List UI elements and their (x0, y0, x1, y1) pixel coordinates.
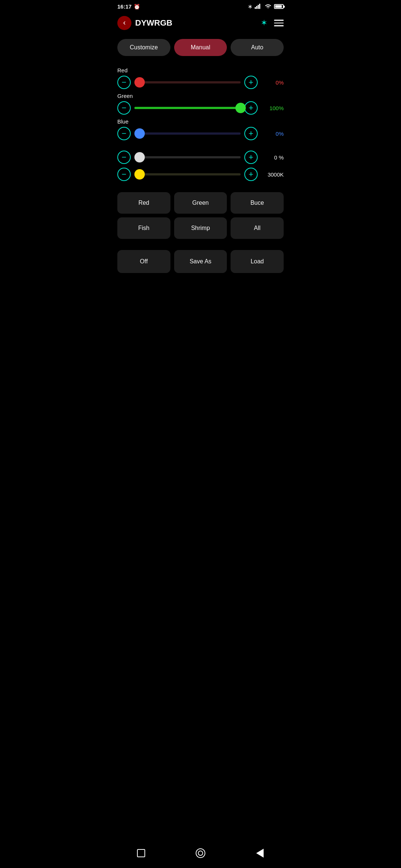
off-button[interactable]: Off (117, 250, 170, 273)
tab-manual[interactable]: Manual (174, 39, 227, 56)
sliders-section: Red − + 0% Green − (111, 63, 290, 188)
square-icon (137, 849, 145, 857)
red-slider-row: − + 0% (117, 76, 284, 89)
red-label: Red (117, 67, 284, 73)
tab-customize[interactable]: Customize (117, 39, 170, 56)
green-slider-container (134, 101, 241, 115)
svg-rect-3 (259, 4, 260, 9)
red-increase-button[interactable]: + (244, 76, 258, 89)
presets-section: Red Green Buce Fish Shrimp All (111, 188, 290, 246)
load-button[interactable]: Load (231, 250, 284, 273)
white-slider-row: − + 0 % (117, 151, 284, 164)
white-value: 0 % (261, 154, 284, 161)
white-decrease-button[interactable]: − (117, 151, 131, 164)
status-right: ∗ (248, 3, 284, 10)
svg-rect-1 (256, 6, 257, 9)
white-slider-container (134, 151, 241, 164)
green-decrease-button[interactable]: − (117, 101, 131, 115)
white-increase-button[interactable]: + (244, 151, 258, 164)
bluetooth-status-icon: ∗ (248, 3, 252, 10)
green-value: 100% (261, 105, 284, 111)
blue-slider-row: − + 0% (117, 127, 284, 140)
kelvin-decrease-button[interactable]: − (117, 168, 131, 181)
preset-all-button[interactable]: All (231, 217, 284, 239)
white-slider-group: − + 0 % (117, 151, 284, 164)
top-nav: DYWRGB ✶ (111, 11, 290, 34)
battery-fill (275, 5, 282, 8)
menu-icon[interactable] (274, 20, 284, 26)
preset-row-2: Fish Shrimp All (117, 217, 284, 239)
battery-icon (274, 4, 284, 9)
status-bar: 16:17 ⏰ ∗ (111, 0, 290, 11)
blue-label: Blue (117, 118, 284, 125)
green-slider-group: Green − + 100% (117, 93, 284, 115)
divider-1 (117, 144, 284, 151)
green-increase-button[interactable]: + (244, 101, 258, 115)
red-value: 0% (261, 79, 284, 86)
status-time: 16:17 (117, 3, 131, 10)
green-slider-row: − + 100% (117, 101, 284, 115)
actions-section: Off Save As Load (111, 246, 290, 280)
back-nav-icon (256, 849, 264, 858)
preset-shrimp-button[interactable]: Shrimp (174, 217, 227, 239)
home-icon (196, 848, 205, 858)
kelvin-value: 3000K (261, 171, 284, 178)
kelvin-slider-group: − + 3000K (117, 168, 284, 181)
nav-home-button[interactable] (192, 845, 209, 861)
bluetooth-icon[interactable]: ✶ (261, 18, 267, 28)
kelvin-increase-button[interactable]: + (244, 168, 258, 181)
back-button[interactable] (117, 16, 131, 30)
red-slider-container (134, 76, 241, 89)
svg-rect-2 (258, 5, 259, 9)
blue-slider-container (134, 127, 241, 140)
svg-rect-0 (255, 7, 256, 9)
wifi-icon (264, 3, 272, 10)
app-title: DYWRGB (135, 18, 172, 28)
mode-tabs: Customize Manual Auto (111, 34, 290, 60)
preset-buce-button[interactable]: Buce (231, 192, 284, 214)
blue-slider-group: Blue − + 0% (117, 118, 284, 140)
blue-increase-button[interactable]: + (244, 127, 258, 140)
preset-green-button[interactable]: Green (174, 192, 227, 214)
red-slider-group: Red − + 0% (117, 67, 284, 89)
save-as-button[interactable]: Save As (174, 250, 227, 273)
bottom-spacer (111, 280, 290, 310)
kelvin-slider-container (134, 168, 241, 181)
green-label: Green (117, 93, 284, 99)
nav-right: ✶ (261, 18, 284, 28)
tab-auto[interactable]: Auto (231, 39, 284, 56)
blue-value: 0% (261, 131, 284, 137)
nav-left: DYWRGB (117, 16, 172, 30)
preset-fish-button[interactable]: Fish (117, 217, 170, 239)
status-left: 16:17 ⏰ (117, 3, 140, 10)
kelvin-slider-row: − + 3000K (117, 168, 284, 181)
blue-decrease-button[interactable]: − (117, 127, 131, 140)
signal-icon (255, 3, 262, 10)
preset-row-1: Red Green Buce (117, 192, 284, 214)
bottom-nav (111, 840, 290, 868)
alarm-icon: ⏰ (134, 4, 140, 10)
preset-red-button[interactable]: Red (117, 192, 170, 214)
red-decrease-button[interactable]: − (117, 76, 131, 89)
nav-back-button[interactable] (252, 845, 268, 861)
nav-square-button[interactable] (133, 845, 149, 861)
